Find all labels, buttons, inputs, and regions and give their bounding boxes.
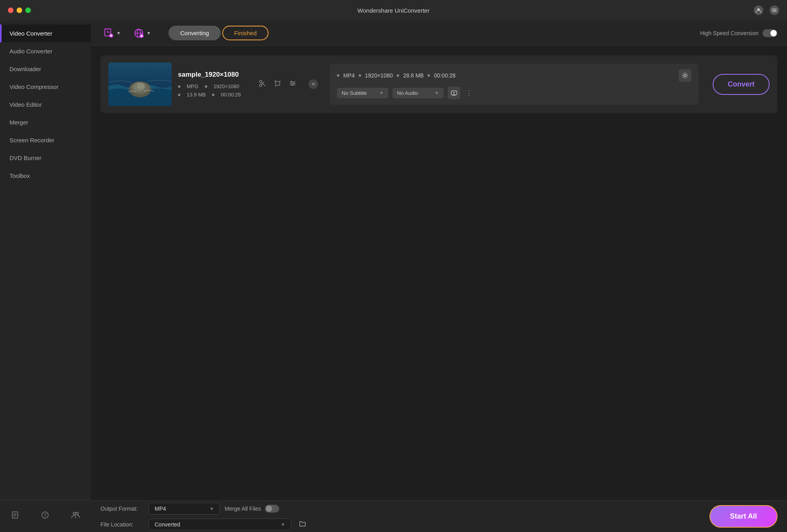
file-thumbnail [108,62,172,106]
meta-dot-format [178,85,180,88]
crop-icon[interactable] [274,79,282,89]
sidebar: Video Converter Audio Converter Download… [0,21,91,532]
meta-dot-size [178,94,180,96]
file-area: sample_1920×1080 MPG 1920×1080 13.9 MB [91,46,787,500]
file-meta: MPG 1920×1080 13.9 MB 00:00:28 [178,83,249,98]
file-title: sample_1920×1080 [178,71,249,79]
subtitle-arrow-icon: ▼ [379,91,384,95]
trim-icon[interactable] [259,79,267,89]
output-dot-dur [428,74,430,77]
output-dot-format [337,74,339,77]
output-row-2: No Subtitle ▼ No Audio ▼ [337,87,691,99]
output-dot-res [359,74,361,77]
output-meta: MP4 1920×1080 28.8 MB 00:00:28 [337,72,672,79]
content-area: ▼ ▼ Converting Finished [91,21,787,532]
svg-rect-3 [772,11,777,12]
svg-point-41 [291,81,292,83]
main-layout: Video Converter Audio Converter Download… [0,21,787,532]
add-url-arrow: ▼ [146,30,151,36]
audio-arrow-icon: ▼ [435,91,439,95]
output-format-label: Output Format: [100,506,144,512]
svg-point-28 [137,83,145,89]
convert-arrow-icon [303,79,324,90]
sidebar-bottom: ? [0,500,91,532]
svg-rect-1 [772,9,777,9]
topbar: ▼ ▼ Converting Finished [91,21,787,46]
svg-marker-49 [453,92,455,94]
users-icon[interactable] [68,508,83,524]
svg-line-31 [262,82,266,86]
folder-icon[interactable] [299,520,306,529]
close-button[interactable] [8,8,13,13]
file-info: sample_1920×1080 MPG 1920×1080 13.9 MB [178,71,249,98]
bottom-settings: Output Format: MP4 ▼ Merge All Files Fil… [100,503,306,530]
svg-rect-33 [276,81,280,85]
file-card: sample_1920×1080 MPG 1920×1080 13.9 MB [100,55,778,113]
meta-row-size: 13.9 MB 00:00:28 [178,92,249,98]
svg-rect-2 [772,10,777,11]
sidebar-item-dvd-burner[interactable]: DVD Burner [0,149,91,167]
titlebar: Wondershare UniConverter [0,0,787,21]
help-icon[interactable]: ? [38,508,52,524]
meta-resolution: 1920×1080 [214,83,239,89]
merge-label: Merge All Files [225,506,261,512]
merge-toggle[interactable] [265,505,279,513]
output-duration: 00:00:28 [434,72,456,79]
output-row-1: MP4 1920×1080 28.8 MB 00:00:28 [337,69,691,82]
convert-button[interactable]: Convert [713,74,770,95]
sidebar-item-video-editor[interactable]: Video Editor [0,96,91,113]
svg-point-29 [259,80,262,83]
meta-duration: 00:00:28 [221,92,241,98]
sidebar-item-downloader[interactable]: Downloader [0,60,91,78]
svg-point-10 [73,512,76,515]
location-arrow-icon: ▼ [281,522,285,527]
merge-row: Merge All Files [225,505,279,513]
tab-finished[interactable]: Finished [222,26,269,40]
meta-dot-dur [212,94,214,96]
meta-format: MPG [187,83,199,89]
high-speed-toggle[interactable] [762,29,778,37]
output-format-select[interactable]: MP4 ▼ [149,503,220,515]
book-icon[interactable] [8,508,22,524]
add-file-button[interactable]: ▼ [100,26,124,40]
sidebar-item-toolbox[interactable]: Toolbox [0,167,91,185]
tabs: Converting Finished [168,26,269,40]
high-speed-section: High Speed Conversion [700,29,778,37]
preview-icon[interactable] [448,87,460,99]
output-dot-size [397,74,399,77]
format-arrow-icon: ▼ [210,506,214,511]
app-title: Wondershare UniConverter [358,7,429,14]
meta-row-format: MPG 1920×1080 [178,83,249,89]
effects-icon[interactable] [289,79,297,89]
maximize-button[interactable] [25,8,31,13]
start-all-button[interactable]: Start All [709,505,778,528]
sidebar-item-video-compressor[interactable]: Video Compressor [0,78,91,96]
sidebar-item-screen-recorder[interactable]: Screen Recorder [0,131,91,149]
sidebar-item-merger[interactable]: Merger [0,113,91,131]
svg-point-45 [684,75,686,77]
settings-icon[interactable] [679,69,691,82]
svg-point-42 [293,83,295,84]
svg-point-43 [291,84,293,86]
meta-dot-res [205,85,207,88]
sidebar-item-video-converter[interactable]: Video Converter [0,25,91,42]
file-location-select[interactable]: Converted ▼ [149,519,291,530]
add-file-arrow: ▼ [116,30,121,36]
output-format: MP4 [343,72,355,79]
file-location-row: File Location: Converted ▼ [100,519,306,530]
titlebar-actions [754,6,779,15]
add-url-button[interactable]: ▼ [131,26,154,40]
window-controls[interactable] [8,8,31,13]
output-format-row: Output Format: MP4 ▼ Merge All Files [100,503,306,515]
menu-icon[interactable] [770,6,779,15]
sidebar-item-audio-converter[interactable]: Audio Converter [0,42,91,60]
output-size: 28.8 MB [403,72,424,79]
file-location-label: File Location: [100,521,144,528]
bottombar: Output Format: MP4 ▼ Merge All Files Fil… [91,500,787,532]
audio-select[interactable]: No Audio ▼ [392,88,444,98]
minimize-button[interactable] [17,8,22,13]
profile-icon[interactable] [754,6,763,15]
more-options-icon[interactable]: ⋮ [464,88,474,98]
tab-converting[interactable]: Converting [168,26,221,40]
subtitle-select[interactable]: No Subtitle ▼ [337,88,388,98]
